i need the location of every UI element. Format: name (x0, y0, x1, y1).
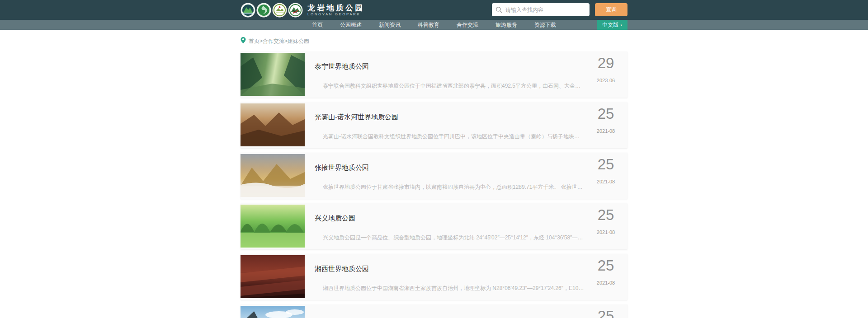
breadcrumb: 首页>合作交流>姐妹公园 (241, 37, 627, 45)
main-nav: 首页 公园概述 新闻资讯 科普教育 合作交流 旅游服务 资源下载 中文版 › (0, 20, 868, 30)
article-date-day: 25 (584, 155, 627, 173)
breadcrumb-text[interactable]: 首页>合作交流>姐妹公园 (249, 37, 309, 45)
article-row[interactable]: 湘西世界地质公园 湘西世界地质公园位于中国湖南省湘西土家族苗族自治州，地理坐标为… (241, 254, 627, 300)
article-content: 泰宁世界地质公园 泰宁联合国教科文组织世界地质公园位于中国福建省西北部的泰宁县，… (305, 51, 584, 98)
article-title[interactable]: 张掖世界地质公园 (315, 164, 584, 172)
nav-item-news[interactable]: 新闻资讯 (379, 21, 401, 29)
article-title[interactable]: 泰宁世界地质公园 (315, 62, 584, 71)
article-date: 25 2021-08 (584, 102, 627, 148)
article-summary: 光雾山-诺水河联合国教科文组织世界地质公园位于四川巴中，该地区位于中央造山带（秦… (315, 133, 584, 140)
article-row[interactable]: 25 (241, 304, 627, 318)
article-row[interactable]: 光雾山-诺水河世界地质公园 光雾山-诺水河联合国教科文组织世界地质公园位于四川巴… (241, 102, 627, 148)
language-switch-button[interactable]: 中文版 › (597, 20, 627, 30)
article-date-day: 29 (584, 54, 627, 72)
site-brand: 龙岩地质公园 LONGYAN GEOPARK (307, 4, 364, 17)
geopark-emblem-1-icon (241, 3, 255, 18)
geopark-emblem-2-icon (256, 3, 271, 18)
article-thumbnail[interactable] (241, 154, 305, 197)
article-date-day: 25 (584, 257, 627, 275)
nav-item-park-overview[interactable]: 公园概述 (340, 21, 362, 29)
article-content: 光雾山-诺水河世界地质公园 光雾山-诺水河联合国教科文组织世界地质公园位于四川巴… (305, 102, 584, 148)
article-title[interactable]: 兴义地质公园 (315, 214, 584, 223)
article-date-day: 25 (584, 206, 627, 224)
article-date-yearmonth: 2023-06 (584, 78, 627, 83)
article-date-yearmonth: 2021-08 (584, 229, 627, 235)
article-row[interactable]: 张掖世界地质公园 张掖世界地质公园位于甘肃省张掖市境内，以肃南裕固族自治县为中心… (241, 153, 627, 199)
article-date: 25 2021-08 (584, 203, 627, 249)
article-summary: 兴义地质公园是一个高品位、综合型地质公园，地理坐标为北纬 24°45′02″—2… (315, 234, 584, 242)
nav-item-downloads[interactable]: 资源下载 (534, 21, 556, 29)
article-date-day: 25 (584, 105, 627, 123)
nav-item-cooperation[interactable]: 合作交流 (457, 21, 478, 29)
article-content: 张掖世界地质公园 张掖世界地质公园位于甘肃省张掖市境内，以肃南裕固族自治县为中心… (305, 153, 584, 199)
site-title: 龙岩地质公园 (307, 4, 364, 12)
article-date: 29 2023-06 (584, 51, 627, 98)
article-date-yearmonth: 2021-08 (584, 179, 627, 184)
article-thumbnail[interactable] (241, 255, 305, 298)
site-subtitle: LONGYAN GEOPARK (307, 12, 364, 17)
search-box (492, 3, 590, 16)
article-date: 25 (584, 304, 627, 318)
search-input[interactable] (505, 7, 586, 13)
language-switch-label: 中文版 (602, 21, 618, 29)
location-pin-icon (241, 37, 246, 45)
article-date: 25 2021-08 (584, 254, 627, 300)
article-thumbnail[interactable] (241, 205, 305, 248)
article-list: 泰宁世界地质公园 泰宁联合国教科文组织世界地质公园位于中国福建省西北部的泰宁县，… (241, 51, 627, 318)
article-title[interactable]: 湘西世界地质公园 (315, 265, 584, 273)
header-bar: 龙岩地质公园 LONGYAN GEOPARK 查询 (0, 0, 868, 20)
article-content: 湘西世界地质公园 湘西世界地质公园位于中国湖南省湘西土家族苗族自治州，地理坐标为… (305, 254, 584, 300)
search-icon (495, 6, 502, 13)
article-content (305, 304, 584, 318)
chevron-right-icon: › (620, 22, 622, 28)
article-summary: 湘西世界地质公园位于中国湖南省湘西土家族苗族自治州，地理坐标为 N28°06′4… (315, 285, 584, 292)
article-row[interactable]: 泰宁世界地质公园 泰宁联合国教科文组织世界地质公园位于中国福建省西北部的泰宁县，… (241, 51, 627, 98)
article-thumbnail[interactable] (241, 306, 305, 318)
article-date-yearmonth: 2021-08 (584, 128, 627, 134)
geopark-emblem-3-icon (272, 3, 287, 18)
nav-item-science-education[interactable]: 科普教育 (418, 21, 439, 29)
article-thumbnail[interactable] (241, 103, 305, 146)
article-date-yearmonth: 2021-08 (584, 280, 627, 285)
site-logo[interactable]: 龙岩地质公园 LONGYAN GEOPARK (241, 3, 364, 18)
article-row[interactable]: 兴义地质公园 兴义地质公园是一个高品位、综合型地质公园，地理坐标为北纬 24°4… (241, 203, 627, 249)
article-thumbnail[interactable] (241, 53, 305, 96)
nav-item-travel-service[interactable]: 旅游服务 (495, 21, 517, 29)
article-summary: 泰宁联合国教科文组织世界地质公园位于中国福建省西北部的泰宁县，面积492.5平方… (315, 82, 584, 90)
article-date: 25 2021-08 (584, 153, 627, 199)
nav-list: 首页 公园概述 新闻资讯 科普教育 合作交流 旅游服务 资源下载 (312, 21, 556, 29)
article-date-day: 25 (584, 307, 627, 318)
nav-item-home[interactable]: 首页 (312, 21, 323, 29)
search-button[interactable]: 查询 (595, 3, 627, 16)
article-title[interactable]: 光雾山-诺水河世界地质公园 (315, 113, 584, 122)
article-content: 兴义地质公园 兴义地质公园是一个高品位、综合型地质公园，地理坐标为北纬 24°4… (305, 203, 584, 249)
article-summary: 张掖世界地质公园位于甘肃省张掖市境内，以肃南裕固族自治县为中心，总面积1289.… (315, 183, 584, 191)
geopark-emblem-4-icon (288, 3, 303, 18)
